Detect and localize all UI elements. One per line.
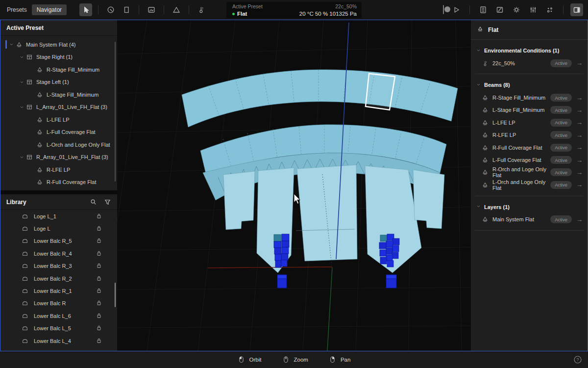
curves-icon[interactable] <box>493 3 506 16</box>
library-item[interactable]: Lower Balc R_1 <box>0 285 117 297</box>
library-item[interactable]: Lower Balc L_5 <box>0 322 117 335</box>
preset-icon <box>477 26 484 34</box>
navigator-button[interactable]: Navigator <box>32 4 67 15</box>
go-to-arrow[interactable]: → <box>576 182 583 188</box>
library-item[interactable]: Loge L_1 <box>0 210 117 222</box>
tree-item[interactable]: Stage Right (1) <box>0 51 117 64</box>
cursor-icon[interactable] <box>79 3 92 16</box>
lock-icon[interactable] <box>96 262 102 270</box>
library-item[interactable]: Lower Balc R_3 <box>0 260 117 272</box>
chevron-down-icon[interactable] <box>18 79 25 85</box>
section-item[interactable]: L-Full Coverage FlatActive→ <box>471 154 588 166</box>
chevron-down-icon[interactable] <box>18 155 25 160</box>
report-icon[interactable] <box>477 3 490 16</box>
tree-item[interactable]: L-LFE LP <box>0 113 117 126</box>
library-item[interactable]: Lower Balc R_5 <box>0 235 117 247</box>
thermometer-icon[interactable] <box>195 3 208 16</box>
lock-icon[interactable] <box>96 212 102 220</box>
toolbar-divider <box>563 5 564 14</box>
library-scrollbar[interactable] <box>115 283 116 307</box>
lock-icon[interactable] <box>96 275 102 283</box>
tree-item[interactable]: R-Stage Fill_Minimum <box>0 63 117 76</box>
go-to-arrow[interactable]: → <box>576 60 583 66</box>
go-to-arrow[interactable]: → <box>576 95 583 101</box>
filter-icon[interactable] <box>104 198 111 206</box>
gear-icon[interactable] <box>510 3 523 16</box>
go-to-arrow[interactable]: → <box>576 132 583 138</box>
tree-item[interactable]: L-Orch and Loge Only Flat <box>0 138 117 151</box>
beam-icon <box>481 94 489 101</box>
tree-item[interactable]: Main System Flat (4) <box>0 38 117 51</box>
lock-icon[interactable] <box>96 250 102 258</box>
library-item[interactable]: Lower Balc R_4 <box>0 247 117 260</box>
go-to-arrow[interactable]: → <box>576 119 583 126</box>
sliders-icon[interactable] <box>527 3 539 16</box>
chevron-down-icon[interactable] <box>476 48 481 54</box>
pen-icon[interactable] <box>104 3 117 16</box>
lock-icon[interactable] <box>96 287 102 295</box>
panel-right-icon[interactable] <box>570 3 583 16</box>
library-item[interactable]: Lower Balc R <box>0 297 117 310</box>
tree-scrollbar[interactable] <box>115 42 116 182</box>
tree-item[interactable]: L-Stage Fill_Minimum <box>0 88 117 101</box>
go-to-arrow[interactable]: → <box>576 144 583 151</box>
section-header[interactable]: Environmental Conditions (1) <box>471 44 588 57</box>
tree-item[interactable]: R_Array_01_Live_FH_Flat (3) <box>0 151 117 164</box>
active-preset-panel[interactable]: Active Preset 22c_50% Flat 20 °C 50 % 10… <box>226 2 362 18</box>
section-item[interactable]: R-Stage Fill_MinimumActive→ <box>471 91 588 104</box>
section-item[interactable]: Main System FlatActive→ <box>471 213 588 226</box>
section-item[interactable]: R-Orch and Loge Only FlatActive→ <box>471 166 588 179</box>
surface-icon <box>21 250 29 257</box>
subwoofer-boxes <box>277 275 396 288</box>
tree-item[interactable]: R-Full Coverage Flat <box>0 176 117 189</box>
image-icon[interactable] <box>145 3 158 16</box>
mouse-hint-zoom: Zoom <box>282 355 308 365</box>
section-header[interactable]: Beams (8) <box>471 79 588 91</box>
library-item[interactable]: Lower Balc R_2 <box>0 272 117 285</box>
chevron-down-icon[interactable] <box>18 105 25 110</box>
triangle-icon[interactable] <box>170 3 183 16</box>
library-item[interactable]: Lower Balc L_4 <box>0 335 117 347</box>
lock-icon[interactable] <box>96 299 102 307</box>
search-icon[interactable] <box>90 198 97 206</box>
go-to-arrow[interactable]: → <box>576 107 583 113</box>
go-to-arrow[interactable]: → <box>576 157 583 163</box>
selected-panel-outline <box>366 74 395 110</box>
surface-icon <box>21 213 29 220</box>
dots-icon[interactable] <box>543 3 556 16</box>
section-item[interactable]: L-Stage Fill_MinimumActive→ <box>471 104 588 116</box>
section-item[interactable]: 22c_50%Active→ <box>471 57 588 69</box>
go-to-arrow[interactable]: → <box>576 169 583 176</box>
section-item[interactable]: R-LFE LPActive→ <box>471 129 588 141</box>
right-sidebar: Flat Environmental Conditions (1)22c_50%… <box>471 20 588 351</box>
section-item[interactable]: L-LFE LPActive→ <box>471 116 588 129</box>
tree-item[interactable]: L_Array_01_Live_FH_Flat (3) <box>0 101 117 114</box>
section-item[interactable]: R-Full Coverage FlatActive→ <box>471 141 588 154</box>
lock-icon[interactable] <box>96 225 102 233</box>
lock-icon[interactable] <box>96 337 102 345</box>
viewport-3d[interactable] <box>117 20 471 351</box>
chevron-down-icon[interactable] <box>7 42 15 47</box>
go-to-arrow[interactable]: → <box>576 216 583 223</box>
lock-icon[interactable] <box>96 237 102 245</box>
chevron-down-icon[interactable] <box>476 82 481 88</box>
library-item[interactable]: Loge L <box>0 222 117 235</box>
lock-icon[interactable] <box>96 324 102 332</box>
toggle-switch[interactable] <box>443 5 446 14</box>
tree-item[interactable]: Stage Left (1) <box>0 76 117 89</box>
library-item-label: Loge L <box>34 226 50 232</box>
library-item[interactable]: Lower Balc L_6 <box>0 310 117 322</box>
tree-item-label: Main System Flat (4) <box>26 42 75 48</box>
help-icon[interactable]: ? <box>573 355 582 364</box>
chevron-down-icon[interactable] <box>18 54 25 60</box>
tree-item[interactable]: L-Full Coverage Flat <box>0 126 117 139</box>
section-header[interactable]: Layers (1) <box>471 201 588 213</box>
section-item[interactable]: L-Orch and Loge Only FlatActive→ <box>471 179 588 191</box>
play-icon[interactable] <box>450 3 463 16</box>
preset-status-dot <box>232 13 235 15</box>
lock-icon[interactable] <box>96 312 102 320</box>
rectangle-icon[interactable] <box>120 3 133 16</box>
presets-menu[interactable]: Presets <box>7 6 27 13</box>
tree-item[interactable]: R-LFE LP <box>0 163 117 176</box>
chevron-down-icon[interactable] <box>476 204 481 210</box>
